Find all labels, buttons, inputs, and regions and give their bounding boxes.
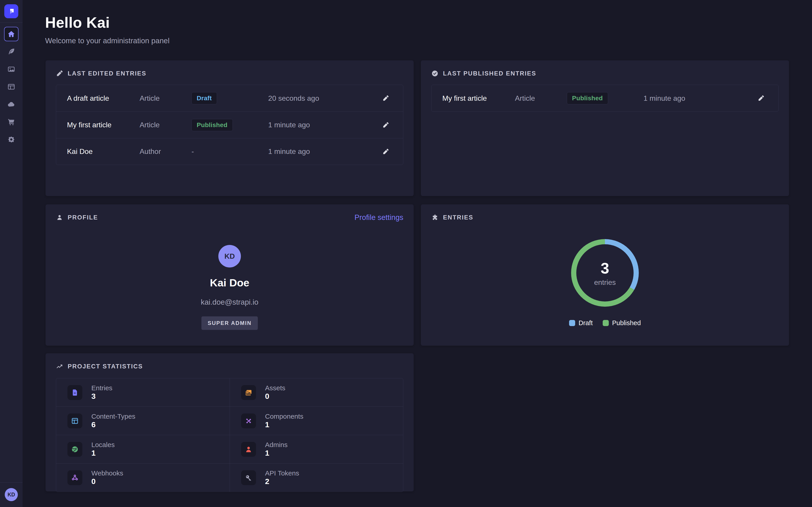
legend-item-draft[interactable]: Draft: [569, 319, 593, 327]
stat-icon-tile: [67, 385, 82, 400]
sidebar-item-marketplace[interactable]: [4, 115, 18, 129]
stat-icon-tile: [67, 413, 82, 428]
sidebar-divider: [0, 22, 22, 23]
page-header: Hello Kai Welcome to your administration…: [45, 14, 170, 45]
panel-title: ENTRIES: [443, 214, 473, 221]
page-subtitle: Welcome to your administration panel: [45, 37, 170, 45]
entry-type: Article: [140, 121, 192, 129]
entry-time: 20 seconds ago: [268, 94, 380, 103]
stat-admins: Admins1: [230, 435, 403, 463]
globe-icon: [71, 445, 79, 453]
table-row[interactable]: My first article Article Published 1 min…: [56, 112, 403, 138]
legend-swatch: [569, 320, 575, 326]
last-edited-entries-panel: LAST EDITED ENTRIES A draft article Arti…: [46, 60, 414, 196]
stat-components: Components1: [230, 406, 403, 435]
stat-value: 1: [265, 449, 269, 457]
stat-icon-tile: [241, 413, 256, 428]
entry-type: Article: [140, 94, 192, 103]
strapi-logo[interactable]: [4, 4, 18, 18]
donut-total-label: entries: [594, 278, 616, 287]
stat-label: Content-Types: [91, 412, 135, 420]
images-icon: [245, 389, 253, 397]
stat-value: 6: [91, 420, 96, 429]
entry-time: 1 minute ago: [268, 121, 380, 129]
layout-icon: [71, 417, 79, 425]
sidebar-item-settings[interactable]: [4, 132, 18, 147]
edit-entry-button[interactable]: [756, 93, 766, 103]
profile-avatar: KD: [218, 245, 241, 268]
sidebar-nav: [4, 27, 18, 147]
cloud-icon: [7, 100, 15, 108]
last-edited-list: A draft article Article Draft 20 seconds…: [56, 85, 403, 165]
feather-icon: [7, 48, 15, 56]
status-badge: Draft: [192, 92, 217, 104]
legend-label: Draft: [578, 319, 593, 327]
edit-pencil-icon: [758, 95, 764, 102]
stat-assets: Assets0: [230, 378, 403, 406]
stat-label: API Tokens: [265, 469, 299, 477]
marketplace-cart-icon: [7, 118, 15, 126]
edit-pencil-icon: [382, 148, 389, 155]
legend-label: Published: [612, 319, 641, 327]
entry-name: A draft article: [67, 94, 140, 103]
table-row[interactable]: My first article Article Published 1 min…: [432, 85, 778, 112]
trending-up-icon: [56, 363, 63, 370]
user-avatar[interactable]: KD: [5, 488, 18, 501]
status-badge: Published: [192, 119, 233, 131]
edit-pencil-icon: [382, 122, 389, 128]
chart-legend: Draft Published: [569, 319, 641, 327]
nodes-icon: [245, 417, 253, 425]
stats-grid: Entries3 Assets0 Content-Types6 Componen…: [56, 378, 403, 492]
edit-entry-button[interactable]: [380, 120, 391, 130]
stat-api-tokens: API Tokens2: [230, 463, 403, 492]
stat-entries: Entries3: [56, 378, 230, 406]
edit-entry-button[interactable]: [380, 147, 391, 157]
stat-label: Webhooks: [91, 469, 123, 477]
document-icon: [71, 389, 79, 397]
table-row[interactable]: A draft article Article Draft 20 seconds…: [56, 85, 403, 112]
entries-panel: ENTRIES 3 entries Draft Published: [421, 205, 789, 346]
content-type-builder-icon: [7, 83, 15, 91]
stat-content-types: Content-Types6: [56, 406, 230, 435]
stat-icon-tile: [67, 470, 82, 485]
stat-value: 2: [265, 477, 269, 486]
user-icon: [245, 445, 253, 453]
person-icon: [56, 214, 63, 221]
settings-gear-icon: [7, 135, 15, 144]
strapi-logo-icon: [7, 7, 15, 15]
sidebar-item-deploy[interactable]: [4, 97, 18, 112]
last-published-list: My first article Article Published 1 min…: [431, 85, 779, 112]
stat-label: Admins: [265, 441, 288, 448]
webhook-icon: [71, 474, 79, 482]
puzzle-icon: [431, 214, 439, 221]
status-empty: -: [192, 147, 194, 156]
panel-title: LAST PUBLISHED ENTRIES: [443, 70, 537, 77]
panel-title: PROFILE: [68, 214, 98, 221]
status-badge: Published: [567, 92, 608, 104]
stat-value: 1: [265, 420, 269, 429]
table-row[interactable]: Kai Doe Author - 1 minute ago: [56, 138, 403, 165]
entry-time: 1 minute ago: [268, 147, 380, 156]
edit-entry-button[interactable]: [380, 93, 391, 103]
profile-name: Kai Doe: [210, 277, 249, 289]
sidebar-item-media-library[interactable]: [4, 62, 18, 76]
sidebar-item-home[interactable]: [4, 27, 18, 41]
entry-name: Kai Doe: [67, 147, 140, 156]
sidebar-item-content-type-builder[interactable]: [4, 79, 18, 94]
stat-label: Locales: [91, 441, 114, 448]
last-published-entries-panel: LAST PUBLISHED ENTRIES My first article …: [421, 60, 789, 196]
stat-icon-tile: [241, 442, 256, 457]
stat-locales: Locales1: [56, 435, 230, 463]
profile-email: kai.doe@strapi.io: [201, 298, 258, 306]
stat-icon-tile: [241, 470, 256, 485]
sidebar-item-content-manager[interactable]: [4, 44, 18, 59]
stat-label: Assets: [265, 384, 285, 392]
entry-name: My first article: [67, 121, 140, 129]
legend-swatch: [603, 320, 609, 326]
stat-value: 1: [91, 449, 96, 457]
profile-settings-link[interactable]: Profile settings: [355, 213, 403, 222]
sidebar: KD: [0, 0, 22, 507]
panel-title: PROJECT STATISTICS: [68, 363, 143, 370]
legend-item-published[interactable]: Published: [603, 319, 641, 327]
panel-title: LAST EDITED ENTRIES: [68, 70, 146, 77]
